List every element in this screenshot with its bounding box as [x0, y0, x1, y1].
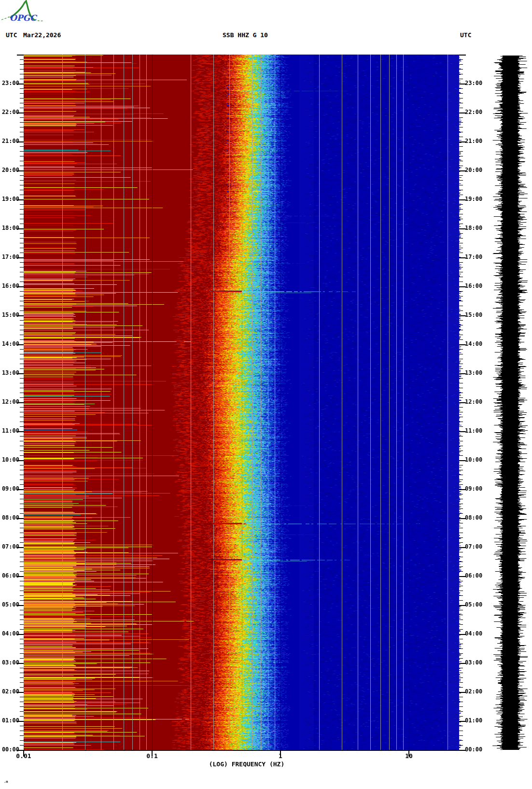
corner-mark: .m — [4, 780, 8, 784]
spectrogram-page: { "logo": { "text": "OPGC", "curve_color… — [0, 0, 532, 789]
x-axis-title: (LOG) FREQUENCY (HZ) — [184, 761, 309, 768]
static-labels-layer: (LOG) FREQUENCY (HZ) .m — [0, 0, 532, 789]
